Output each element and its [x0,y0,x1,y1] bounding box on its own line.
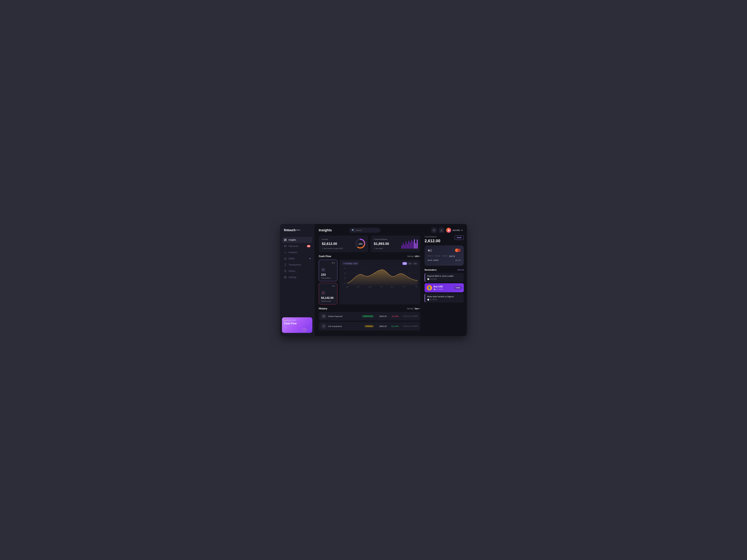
arrows-up-down-icon [284,263,287,266]
content-area: Income $2,612.00 ↗ per month in a year 2… [314,236,467,336]
credit-card: ◉)) **** **** **** 5678 NICK OHMY [424,245,464,266]
table-row[interactable]: Online Payment COMPLETED $350.00 -20.38%… [319,312,420,321]
svg-text:1k: 1k [344,283,346,284]
reminder-time: 🕐 12:30PM [427,299,462,301]
balance-bar-chart [401,239,418,248]
cashflow-section: Cash Flow Sort by: USD ▾ 68% [319,255,420,304]
svg-text:Oct: Oct [380,286,383,288]
app-container: fintouch Insights Payments 10 Analytics … [280,224,467,336]
cashflow-chart-svg: 4k 3k 2k 1k Dec [342,266,418,288]
card-top-row: ◉)) [428,248,461,252]
sidebar-item-settings[interactable]: Settings [282,274,312,280]
history-change: -20.38% [389,315,399,318]
nav-label: Analytics [288,251,297,254]
reminders-title: Reminders [424,268,437,271]
bar-mini [413,242,413,248]
svg-rect-0 [284,239,285,240]
svg-point-12 [285,277,286,277]
history-amount: $350.00 [376,315,387,318]
history-title: History [319,307,327,310]
refill-button[interactable]: Refill [455,236,464,240]
search-input[interactable] [356,229,378,232]
reminder-buy-title: Buy USD [434,285,453,288]
svg-rect-3 [284,240,285,241]
time-btn-1m[interactable]: 1m [413,262,418,265]
sidebar-item-transactions[interactable]: Transactions [282,262,312,268]
bar-mini [417,240,418,248]
history-sort[interactable]: Sort by: Type ▾ [407,308,420,310]
bar-chart-icon [284,251,287,254]
svg-text:Dec: Dec [403,286,406,288]
cashflow-sort[interactable]: Sort by: USD ▾ [407,255,420,258]
history-change: +12.44% [389,325,399,327]
time-btn-1d[interactable]: 1d [403,262,407,265]
reminder-text: Deposit $500 to Jane's wallet [427,275,462,277]
history-name: Online Payment [328,315,360,318]
book-open-icon [284,238,287,241]
bar-mini [403,243,404,248]
amount-value: $3,142.00 [321,296,335,300]
reminder-avatar: 👤 [427,285,432,290]
bell-icon [433,229,435,232]
svg-rect-2 [285,240,286,241]
donut-label: +15% [358,243,362,245]
status-badge: PENDING [364,325,374,328]
view-all-link[interactable]: View all [457,269,464,271]
header-actions: Jennifer ▾ [431,228,463,233]
download-icon [440,229,443,232]
history-type-icon [321,324,326,329]
card-balance-value: 2,612.00 [424,238,440,243]
svg-text:Sep: Sep [368,286,371,288]
income-card: Income $2,612.00 ↗ per month in a year 2… [319,236,368,252]
trend-icon: ↗ [374,247,375,249]
download-button[interactable] [439,228,444,233]
reminder-item: Deposit $500 to Jane's wallet 🕐 09:00AM [424,273,464,282]
chevron-down-icon: ▾ [461,229,463,232]
table-row[interactable]: Car Insuarance PENDING $650.00 +12.44% 2… [319,322,420,330]
search-bar[interactable]: 🔍 [349,228,380,233]
sidebar: fintouch Insights Payments 10 Analytics … [280,224,314,336]
bar-mini [410,242,411,248]
reminder-text: Make bank transfer to Nigeria [427,295,462,298]
promo-card[interactable]: 📅 Aug 23, 2022 Cash Flow → [282,317,312,333]
reminder-item: Make bank transfer to Nigeria 🕐 12:30PM [424,294,464,302]
cashflow-header: Cash Flow Sort by: USD ▾ [319,255,420,258]
sidebar-item-analytics[interactable]: Analytics [282,249,312,255]
wallet-icon [284,257,287,260]
sidebar-item-wallet[interactable]: Wallet [282,256,312,262]
notifications-button[interactable] [431,228,437,233]
reminder-buy-item: 👤 Buy USD 🕐 12:30PM DONE [424,283,464,292]
promo-card-decoration [300,324,312,333]
sidebar-item-insights[interactable]: Insights [282,237,312,243]
nav-label: Payments [288,245,298,247]
history-name: Car Insuarance [328,325,362,327]
time-buttons: 1d1w1m [403,262,418,265]
income-donut-chart: +15% [355,238,366,250]
nav-label: Transactions [288,264,301,266]
sidebar-item-history[interactable]: History [282,268,312,274]
status-badge: COMPLETED [362,315,374,318]
transactions-pct: 68% [321,262,335,264]
user-name: Jennifer [453,229,460,232]
sidebar-item-payments[interactable]: Payments 10 [282,243,312,249]
card-logo [455,248,461,252]
history-header: History Sort by: Type ▾ [319,307,420,310]
navigation: Insights Payments 10 Analytics Wallet Tr… [280,237,314,315]
chevron-down-icon: ▾ [419,308,420,310]
reminder-time: 🕐 09:00AM [427,278,462,280]
card-logo-circle-2 [457,248,461,252]
time-btn-1w[interactable]: 1w [408,262,412,265]
cashflow-row: 68% 233 Transactions 74% [319,260,420,304]
avatar [446,228,451,233]
bar-mini [404,245,405,248]
logo: fintouch [280,229,314,237]
transactions-icon [321,268,326,272]
card-holder-name: NICK OHMY [428,259,439,261]
card-balance-label: Card Balance [424,236,440,238]
reminder-items: Deposit $500 to Jane's wallet 🕐 09:00AM … [424,273,464,302]
user-menu[interactable]: Jennifer ▾ [446,228,463,233]
page-title: Insights [319,228,332,232]
reminder-time: 🕐 12:30PM [434,288,453,290]
nav-label: Insights [288,239,296,241]
search-icon: 🔍 [352,229,354,232]
